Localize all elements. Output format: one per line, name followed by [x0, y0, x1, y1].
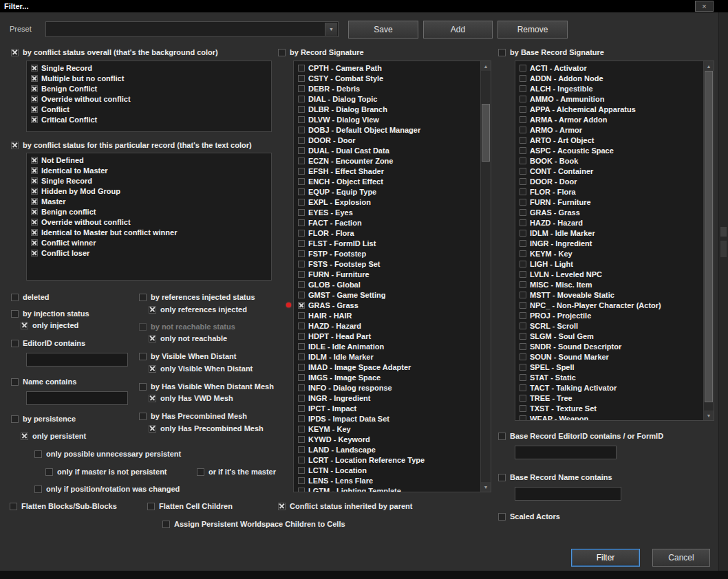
- only-visible-when-distant-checkbox[interactable]: only Visible When Distant: [149, 364, 253, 373]
- checkbox-icon[interactable]: [298, 436, 305, 443]
- list-item[interactable]: Hidden by Mod Group: [28, 186, 271, 196]
- checkbox-icon[interactable]: [298, 415, 305, 422]
- by-has-precombined-mesh-checkbox[interactable]: by Has Precombined Mesh: [139, 411, 247, 421]
- list-item[interactable]: DOOR - Door: [295, 135, 480, 145]
- remove-button[interactable]: Remove: [497, 21, 568, 39]
- checkbox-icon[interactable]: [298, 384, 305, 391]
- by-references-injected-checkbox[interactable]: by references injected status: [139, 292, 255, 302]
- checkbox-icon[interactable]: [298, 116, 305, 123]
- only-position-rotation-changed-checkbox[interactable]: only if position/rotation was changed: [34, 484, 180, 494]
- only-master-not-persistent-checkbox[interactable]: only if master is not persistent: [45, 467, 167, 477]
- list-item[interactable]: DLBR - Dialog Branch: [295, 104, 480, 114]
- checkbox-icon[interactable]: [298, 467, 305, 474]
- checkbox-icon[interactable]: [520, 219, 526, 226]
- checkbox-icon[interactable]: [520, 85, 526, 92]
- checkbox-icon[interactable]: [298, 219, 305, 226]
- checkbox-icon[interactable]: [520, 323, 526, 329]
- checkbox-icon[interactable]: [520, 137, 526, 144]
- checkbox-icon[interactable]: [11, 142, 19, 149]
- list-item[interactable]: HDPT - Head Part: [295, 331, 480, 341]
- list-item[interactable]: LAND - Landscape: [295, 444, 480, 455]
- checkbox-icon[interactable]: [520, 168, 526, 175]
- list-item[interactable]: TACT - Talking Activator: [517, 382, 703, 393]
- list-item[interactable]: Critical Conflict: [28, 114, 271, 124]
- list-item[interactable]: LENS - Lens Flare: [295, 475, 480, 485]
- list-item[interactable]: LCRT - Location Reference Type: [295, 455, 480, 465]
- checkbox-icon[interactable]: [31, 116, 38, 123]
- checkbox-icon[interactable]: [149, 335, 156, 342]
- list-item[interactable]: ADDN - Addon Node: [517, 73, 703, 83]
- checkbox-icon[interactable]: [520, 127, 526, 133]
- checkbox-icon[interactable]: [298, 405, 305, 412]
- list-item[interactable]: FLOR - Flora: [295, 228, 480, 238]
- checkbox-icon[interactable]: [520, 199, 526, 206]
- list-item[interactable]: DOBJ - Default Object Manager: [295, 124, 480, 135]
- checkbox-icon[interactable]: [298, 446, 305, 453]
- checkbox-icon[interactable]: [298, 302, 305, 309]
- list-item[interactable]: TREE - Tree: [517, 393, 703, 403]
- list-item[interactable]: DEBR - Debris: [295, 83, 480, 94]
- checkbox-icon[interactable]: [298, 188, 305, 195]
- list-item[interactable]: GRAS - Grass: [517, 207, 703, 217]
- checkbox-icon[interactable]: [520, 343, 526, 350]
- list-item[interactable]: LVLN - Leveled NPC: [517, 269, 703, 279]
- checkbox-icon[interactable]: [31, 229, 38, 236]
- list-item[interactable]: ARMO - Armor: [517, 124, 703, 135]
- list-item[interactable]: FLST - FormID List: [295, 238, 480, 248]
- checkbox-icon[interactable]: [139, 323, 147, 331]
- list-item[interactable]: SOUN - Sound Marker: [517, 351, 703, 362]
- checkbox-icon[interactable]: [520, 106, 526, 113]
- list-item[interactable]: ECZN - Encounter Zone: [295, 155, 480, 166]
- checkbox-icon[interactable]: [298, 96, 305, 102]
- checkbox-icon[interactable]: [298, 488, 305, 493]
- checkbox-icon[interactable]: [298, 168, 305, 175]
- list-item[interactable]: FURN - Furniture: [295, 269, 480, 279]
- checkbox-icon[interactable]: [11, 49, 19, 56]
- list-item[interactable]: LCTN - Location: [295, 465, 480, 475]
- checkbox-icon[interactable]: [520, 178, 526, 185]
- checkbox-icon[interactable]: [298, 157, 305, 164]
- only-references-injected-checkbox[interactable]: only references injected: [149, 305, 247, 314]
- list-item[interactable]: FLOR - Flora: [517, 186, 703, 197]
- checkbox-icon[interactable]: [298, 199, 305, 206]
- checkbox-icon[interactable]: [520, 405, 526, 412]
- checkbox-icon[interactable]: [31, 239, 38, 246]
- list-item[interactable]: SLGM - Soul Gem: [517, 331, 703, 341]
- checkbox-icon[interactable]: [520, 188, 526, 195]
- checkbox-icon[interactable]: [298, 65, 305, 72]
- list-item[interactable]: STAT - Static: [517, 372, 703, 382]
- conflict-inherited-checkbox[interactable]: Conflict status inherited by parent: [278, 501, 412, 511]
- by-conflict-status-overall-checkbox[interactable]: by conflict status overall (that's the b…: [11, 47, 218, 57]
- list-item[interactable]: LIGH - Light: [517, 259, 703, 269]
- flatten-blocks-checkbox[interactable]: Flatten Blocks/Sub-Blocks: [10, 501, 117, 511]
- checkbox-icon[interactable]: [31, 198, 38, 205]
- list-item[interactable]: EYES - Eyes: [295, 207, 480, 217]
- checkbox-icon[interactable]: [298, 137, 305, 144]
- checkbox-icon[interactable]: [520, 374, 526, 381]
- by-not-reachable-checkbox[interactable]: by not reachable status: [139, 322, 235, 331]
- by-base-record-signature-checkbox[interactable]: by Base Record Signature: [498, 47, 604, 57]
- cancel-button[interactable]: Cancel: [652, 549, 710, 567]
- checkbox-icon[interactable]: [298, 292, 305, 298]
- checkbox-icon[interactable]: [31, 96, 38, 102]
- checkbox-icon[interactable]: [298, 271, 305, 278]
- assign-persistent-worldspace-checkbox[interactable]: Assign Persistent Worldspace Children to…: [162, 519, 345, 529]
- scaled-actors-checkbox[interactable]: Scaled Actors: [498, 512, 560, 521]
- checkbox-icon[interactable]: [520, 302, 526, 309]
- checkbox-icon[interactable]: [34, 450, 42, 458]
- preset-combobox[interactable]: ▼: [45, 21, 339, 37]
- list-item[interactable]: Master: [28, 196, 271, 206]
- list-item[interactable]: IMAD - Image Space Adapter: [295, 362, 480, 372]
- base-editorid-contains-checkbox[interactable]: Base Record EditorID contains / or FormI…: [498, 431, 663, 441]
- list-item[interactable]: ENCH - Object Effect: [295, 176, 480, 186]
- by-conflict-status-record-checkbox[interactable]: by conflict status for this particular r…: [11, 140, 252, 150]
- list-item[interactable]: EXPL - Explosion: [295, 197, 480, 207]
- checkbox-icon[interactable]: [298, 240, 305, 247]
- checkbox-icon[interactable]: [31, 157, 38, 164]
- list-item[interactable]: CONT - Container: [517, 166, 703, 176]
- checkbox-icon[interactable]: [31, 65, 38, 72]
- checkbox-icon[interactable]: [31, 85, 38, 92]
- list-item[interactable]: DOOR - Door: [517, 176, 703, 186]
- list-item[interactable]: ARTO - Art Object: [517, 135, 703, 145]
- checkbox-icon[interactable]: [520, 116, 526, 123]
